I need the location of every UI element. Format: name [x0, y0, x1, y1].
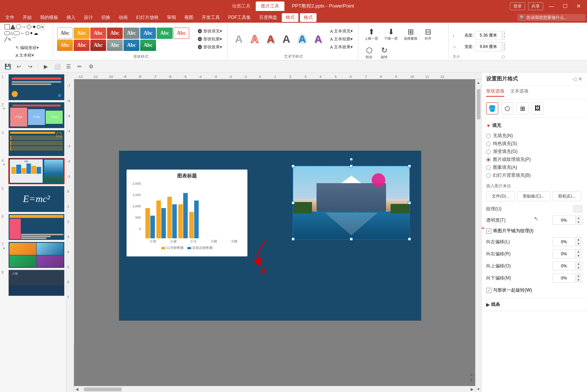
menu-insert[interactable]: 插入 — [63, 13, 79, 22]
slide-item-5[interactable]: 5 E=mc² — [2, 186, 65, 212]
ribbon-move-down[interactable]: ⬇ 下移一层 — [382, 26, 400, 43]
offset-right-input[interactable] — [553, 251, 575, 257]
shape-freeform[interactable]: ⌒ — [12, 37, 16, 43]
chart-container[interactable]: 图表标题 2,000 1,500 1,000 500 0 — [127, 170, 247, 256]
shape-style-4[interactable]: Abc — [107, 28, 123, 39]
rp-tab-shape[interactable]: 形状选项 — [486, 88, 504, 97]
ribbon-text-outline[interactable]: A 文本轮廓▾ — [328, 35, 355, 43]
rp-line-section[interactable]: ▶ 线条 — [482, 298, 587, 311]
fill-slidebg[interactable]: 幻灯片背景填充(B) — [486, 171, 582, 179]
fill-gradient[interactable]: 渐变填充(G) — [486, 148, 582, 156]
fill-picture[interactable]: 图片或纹理填充(P) — [486, 156, 582, 164]
fill-picture-radio[interactable] — [486, 157, 491, 162]
login-btn[interactable]: 登录 — [510, 2, 525, 10]
menu-file[interactable]: 文件 — [2, 13, 18, 22]
present-btn[interactable]: ▶ — [41, 62, 50, 71]
undo-btn[interactable]: ↩ — [14, 62, 23, 71]
shape-curve[interactable]: ∿ — [8, 37, 11, 43]
menu-format2[interactable]: 格式 — [300, 13, 317, 22]
shape-style-2[interactable]: Abc — [74, 28, 90, 39]
search-box[interactable]: 🔍 告诉我您想要做什么... — [517, 14, 585, 21]
art-letter-2[interactable]: A — [247, 31, 262, 48]
slide-item-2[interactable]: 2 ★ 产品A 产品B 产品C — [2, 102, 65, 128]
size-expand-btn[interactable]: ⬡ — [502, 55, 505, 59]
fill-solid[interactable]: 纯色填充(S) — [486, 140, 582, 148]
rp-icon-pentagon[interactable]: ⬠ — [501, 102, 513, 114]
shape-style-3[interactable]: Abc — [90, 28, 106, 39]
fill-slidebg-radio[interactable] — [486, 173, 491, 178]
ot-down[interactable]: ▼ — [575, 266, 581, 270]
shape-hex[interactable]: ⬡ — [37, 24, 40, 30]
transparency-up[interactable]: ▲ — [575, 216, 581, 220]
ribbon-shape-fill[interactable]: 🅐 形状填充▾ — [196, 28, 224, 35]
canvas-vscroll[interactable]: ▲ ▼ — [475, 79, 481, 392]
menu-format1[interactable]: 格式 — [282, 13, 298, 22]
qa-shape3[interactable]: ✏ — [75, 62, 84, 71]
minimize-btn[interactable]: — — [546, 1, 557, 11]
texture-btn[interactable] — [573, 205, 582, 213]
ribbon-edit-shape[interactable]: ✎ 插入形状 编辑形状▾ — [13, 44, 41, 51]
shape-circle[interactable] — [16, 24, 21, 29]
menu-home[interactable]: 开始 — [19, 13, 36, 22]
canvas-hscroll[interactable]: ◀ ▶ — [74, 386, 475, 392]
menu-baidu[interactable]: 百度网盘 — [255, 13, 281, 22]
ol-up[interactable]: ▲ — [575, 238, 581, 242]
ribbon-rotate[interactable]: ↻ 旋转 — [377, 44, 391, 60]
rp-tab-text[interactable]: 文本选项 — [510, 88, 528, 97]
width-input[interactable] — [475, 44, 502, 50]
save-btn[interactable]: 💾 — [3, 62, 12, 71]
shape-4star[interactable]: ✦ — [29, 31, 33, 36]
slide-thumb-2[interactable]: 产品A 产品B 产品C — [8, 102, 65, 128]
fill-pattern-radio[interactable] — [486, 165, 491, 170]
slide-item-6[interactable]: 6 — [2, 214, 65, 240]
shape-arrow-left[interactable]: ← — [20, 31, 25, 36]
ribbon-text-box[interactable]: A 文本框▾ — [13, 52, 41, 59]
menu-design[interactable]: 设计 — [80, 13, 97, 22]
offset-left-input[interactable] — [553, 239, 575, 245]
art-letter-4[interactable]: A — [279, 31, 294, 48]
shape-style-1[interactable]: Abc — [57, 28, 73, 39]
shape-style-7[interactable]: Abc — [157, 28, 173, 39]
height-spin-down[interactable]: ▼ — [502, 35, 505, 40]
menu-dev[interactable]: 开发工具 — [198, 13, 224, 22]
ribbon-text-effects[interactable]: A 文本效果▾ — [328, 43, 355, 51]
scroll-thumb-h[interactable] — [84, 387, 122, 391]
or-up[interactable]: ▲ — [575, 250, 581, 254]
shape-scroll[interactable]: ≡ — [41, 24, 45, 30]
ribbon-text-fill[interactable]: A 文本填充▾ — [328, 28, 355, 35]
transparency-down[interactable]: ▼ — [575, 220, 581, 224]
tool-tab-picture[interactable]: 图片工具 — [256, 2, 284, 11]
rp-fill-header[interactable]: ▼ 填充 — [486, 121, 582, 130]
slide-thumb-6[interactable] — [8, 214, 65, 240]
canvas-area[interactable]: 图表标题 2,000 1,500 1,000 500 0 — [74, 79, 481, 392]
scroll-right-btn[interactable]: ▶ — [469, 386, 475, 392]
shape-rounded-rect[interactable] — [5, 31, 10, 35]
art-letter-3[interactable]: A — [263, 31, 278, 48]
width-spin-down[interactable]: ▼ — [502, 47, 505, 51]
tool-tab-drawing[interactable]: 绘图工具 — [227, 2, 256, 11]
redo-btn[interactable]: ↪ — [26, 62, 35, 71]
maximize-btn[interactable]: ☐ — [560, 1, 570, 11]
shape-trapezoid[interactable]: ⌂ — [10, 31, 13, 36]
slide-thumb-8[interactable]: 人物 — [8, 270, 65, 296]
fill-solid-radio[interactable] — [486, 142, 491, 146]
height-input[interactable] — [475, 32, 502, 39]
ol-down[interactable]: ▼ — [575, 242, 581, 246]
slide-thumb-1[interactable] — [8, 74, 65, 100]
scroll-thumb-v[interactable] — [477, 89, 480, 119]
slide-thumb-5[interactable]: E=mc² — [8, 186, 65, 212]
slide-item-7[interactable]: 7 ★ — [2, 242, 65, 268]
scroll-down-btn[interactable]: ▼ — [476, 386, 482, 392]
menu-template[interactable]: 我的模板 — [36, 13, 62, 22]
shape-diamond[interactable] — [26, 24, 32, 29]
shape-style-6[interactable]: Abc — [140, 28, 156, 39]
menu-animate[interactable]: 动画 — [115, 13, 131, 22]
transparency-input[interactable] — [553, 217, 575, 223]
slide-thumb-3[interactable]: ▪ — [8, 130, 65, 156]
rp-collapse-btn[interactable]: ◁ — [572, 76, 576, 82]
slide-item-1[interactable]: 1 — [2, 74, 65, 100]
slide-item-4[interactable]: 4 ★ 图表 — [2, 158, 65, 184]
shape-style-13[interactable]: Abc — [124, 40, 139, 51]
ob-up[interactable]: ▲ — [575, 274, 581, 278]
image-selected[interactable] — [293, 166, 410, 239]
